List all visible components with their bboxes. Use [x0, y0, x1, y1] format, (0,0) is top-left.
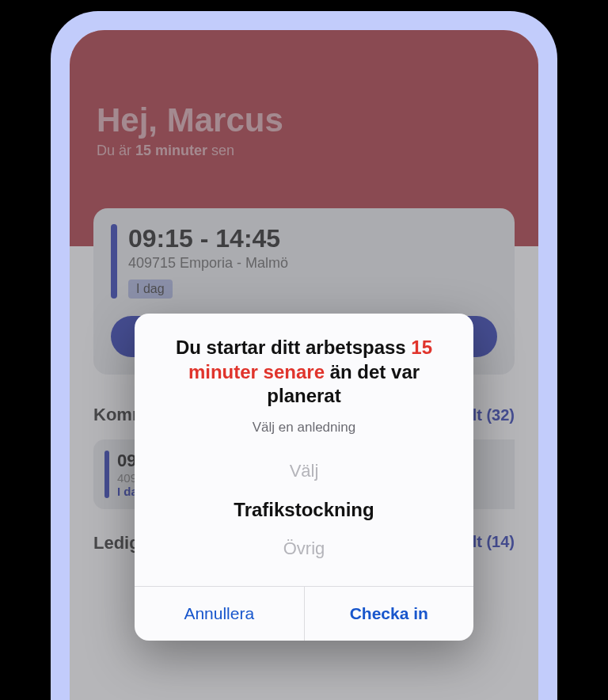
cancel-button[interactable]: Annullera	[135, 587, 304, 641]
picker-option-selected[interactable]: Trafikstockning	[152, 489, 456, 531]
title-part1: Du startar ditt arbetspass	[176, 337, 411, 358]
late-reason-modal: Du startar ditt arbetspass 15 minuter se…	[135, 314, 473, 641]
picker-option-above[interactable]: Välj	[152, 453, 456, 489]
confirm-button[interactable]: Checka in	[305, 587, 474, 641]
modal-subtitle: Välj en anledning	[152, 420, 456, 436]
modal-actions: Annullera Checka in	[135, 586, 473, 641]
modal-body: Du startar ditt arbetspass 15 minuter se…	[135, 314, 473, 586]
modal-title: Du startar ditt arbetspass 15 minuter se…	[152, 336, 456, 409]
reason-picker[interactable]: Välj Trafikstockning Övrig	[152, 447, 456, 578]
picker-option-below[interactable]: Övrig	[152, 531, 456, 567]
